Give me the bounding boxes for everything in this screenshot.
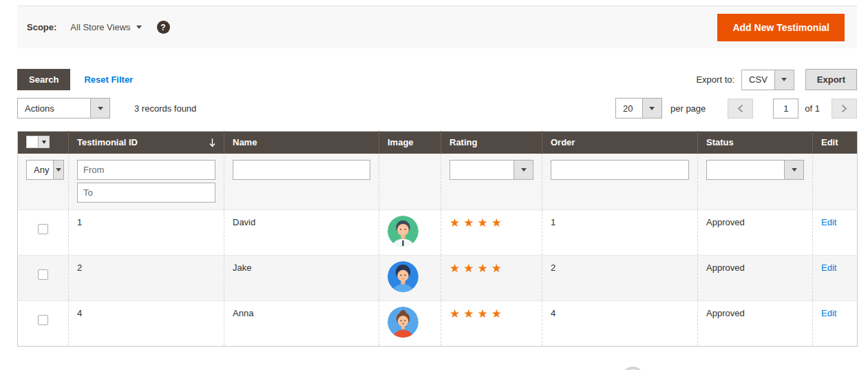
name-cell: Anna bbox=[224, 300, 379, 346]
column-header-status[interactable]: Status bbox=[698, 132, 813, 154]
rating-cell: ★★★★ bbox=[441, 255, 542, 300]
previous-page-button[interactable] bbox=[728, 99, 753, 119]
edit-link[interactable]: Edit bbox=[821, 217, 836, 227]
next-page-button[interactable] bbox=[832, 99, 857, 119]
name-filter-input[interactable] bbox=[233, 160, 370, 180]
per-page-label: per page bbox=[670, 103, 706, 114]
image-filter-cell bbox=[379, 154, 441, 210]
row-select-cell bbox=[18, 300, 69, 346]
rating-filter-select[interactable] bbox=[449, 160, 533, 180]
chevron-left-icon bbox=[737, 104, 743, 113]
caret-down-icon bbox=[39, 136, 49, 147]
column-header-id[interactable]: Testimonial ID bbox=[69, 132, 224, 154]
column-header-image: Image bbox=[379, 132, 441, 154]
row-select-cell bbox=[18, 255, 69, 300]
add-new-testimonial-button[interactable]: Add New Testimonial bbox=[717, 14, 845, 41]
column-header-rating[interactable]: Rating bbox=[441, 132, 542, 154]
caret-down-icon bbox=[642, 99, 661, 118]
image-cell bbox=[379, 209, 441, 255]
image-cell bbox=[379, 255, 441, 300]
id-to-filter-input[interactable] bbox=[77, 183, 215, 203]
actions-value: Actions bbox=[18, 99, 61, 118]
per-page-select[interactable]: 20 bbox=[615, 98, 662, 119]
male-green-avatar bbox=[388, 216, 419, 247]
scope-label: Scope: bbox=[27, 22, 56, 32]
question-mark-glyph: ? bbox=[160, 23, 165, 32]
id-cell: 4 bbox=[69, 300, 224, 346]
order-cell: 1 bbox=[542, 209, 698, 255]
page-number-input[interactable] bbox=[773, 99, 798, 119]
edit-filter-cell bbox=[813, 154, 858, 210]
status-cell: Approved bbox=[698, 209, 813, 255]
export-group: Export to: CSV Export bbox=[696, 69, 857, 90]
export-format-select[interactable]: CSV bbox=[741, 70, 794, 90]
store-view-value: All Store Views bbox=[70, 22, 130, 32]
reset-filter-link[interactable]: Reset Filter bbox=[84, 74, 133, 85]
chevron-right-icon bbox=[841, 104, 847, 113]
edit-link[interactable]: Edit bbox=[821, 308, 836, 318]
sort-desc-icon bbox=[209, 138, 215, 147]
testimonials-table: Testimonial ID Name Image Rating Order S… bbox=[17, 131, 858, 347]
mass-select-filter-cell: Any bbox=[18, 154, 69, 210]
status-filter-select[interactable] bbox=[706, 160, 804, 180]
store-view-switcher[interactable]: All Store Views bbox=[70, 22, 141, 32]
select-all-checkbox[interactable] bbox=[27, 136, 39, 147]
caret-down-icon bbox=[774, 70, 794, 90]
row-select-cell bbox=[18, 209, 69, 255]
export-to-label: Export to: bbox=[696, 74, 734, 85]
rating-stars: ★★★★ bbox=[449, 214, 505, 229]
table-row: 4 Anna bbox=[18, 300, 858, 346]
caret-down-icon bbox=[514, 161, 533, 179]
table-row: 2 Jake bbox=[18, 255, 858, 300]
row-checkbox[interactable] bbox=[38, 315, 48, 325]
image-cell bbox=[379, 300, 441, 346]
id-filter-cell bbox=[69, 154, 224, 210]
loading-spinner bbox=[622, 367, 644, 370]
search-button[interactable]: Search bbox=[17, 69, 70, 90]
select-all-dropdown[interactable] bbox=[26, 136, 50, 148]
id-cell: 1 bbox=[69, 209, 224, 255]
edit-cell: Edit bbox=[813, 255, 858, 300]
row-checkbox[interactable] bbox=[38, 224, 48, 234]
rating-cell: ★★★★ bbox=[441, 300, 542, 346]
actions-toolbar: Actions 3 records found 20 per page of 1 bbox=[17, 98, 857, 119]
column-header-order[interactable]: Order bbox=[542, 132, 698, 154]
order-cell: 4 bbox=[542, 300, 698, 346]
any-filter-select[interactable]: Any bbox=[26, 160, 64, 180]
edit-link[interactable]: Edit bbox=[821, 263, 836, 273]
export-format-value: CSV bbox=[742, 70, 774, 90]
rating-filter-cell bbox=[441, 154, 542, 210]
row-checkbox[interactable] bbox=[38, 269, 48, 280]
order-filter-input[interactable] bbox=[551, 160, 689, 180]
edit-cell: Edit bbox=[813, 209, 858, 255]
rating-stars: ★★★★ bbox=[449, 260, 505, 275]
table-header-row: Testimonial ID Name Image Rating Order S… bbox=[18, 132, 858, 154]
testimonials-grid-page: Scope: All Store Views ? Add New Testimo… bbox=[0, 6, 868, 370]
help-icon[interactable]: ? bbox=[157, 21, 170, 34]
name-cell: Jake bbox=[224, 255, 379, 300]
caret-down-icon bbox=[784, 161, 803, 179]
status-cell: Approved bbox=[698, 300, 813, 346]
female-red-avatar bbox=[388, 307, 419, 338]
table-row: 1 David bbox=[18, 209, 858, 255]
column-header-name[interactable]: Name bbox=[224, 132, 379, 154]
edit-cell: Edit bbox=[813, 300, 858, 346]
export-button[interactable]: Export bbox=[805, 69, 857, 90]
name-filter-cell bbox=[224, 154, 379, 210]
pagination: 20 per page of 1 bbox=[615, 98, 857, 119]
male-blue-avatar bbox=[388, 261, 419, 292]
column-header-edit: Edit bbox=[813, 132, 858, 154]
filter-row: Any bbox=[18, 154, 858, 210]
total-pages-label: of 1 bbox=[805, 103, 820, 114]
actions-select[interactable]: Actions bbox=[17, 98, 110, 119]
status-filter-cell bbox=[698, 154, 813, 210]
id-from-filter-input[interactable] bbox=[77, 160, 215, 180]
rating-stars: ★★★★ bbox=[449, 305, 505, 320]
order-cell: 2 bbox=[542, 255, 698, 300]
scope-bar: Scope: All Store Views ? Add New Testimo… bbox=[17, 6, 857, 48]
name-cell: David bbox=[224, 209, 379, 255]
records-found-text: 3 records found bbox=[134, 103, 196, 114]
caret-down-icon bbox=[53, 161, 63, 179]
per-page-value: 20 bbox=[616, 99, 642, 118]
rating-cell: ★★★★ bbox=[441, 209, 542, 255]
